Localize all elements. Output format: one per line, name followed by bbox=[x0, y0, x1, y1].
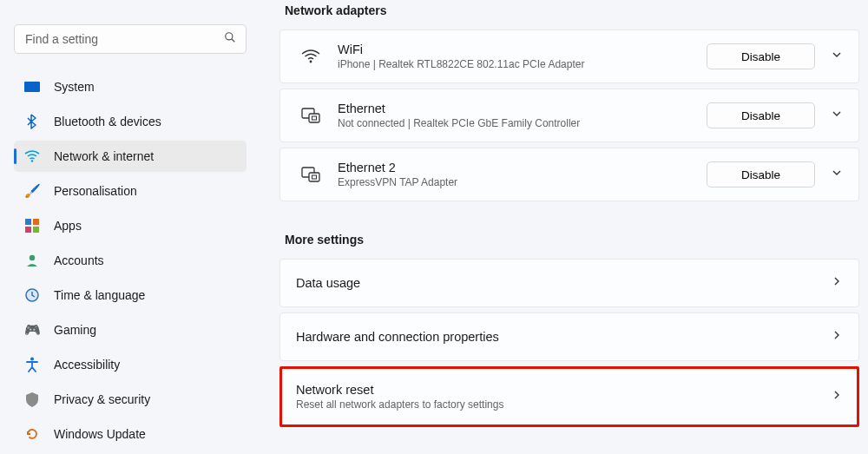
bluetooth-icon bbox=[24, 114, 40, 129]
svg-rect-6 bbox=[25, 227, 31, 233]
chevron-down-icon[interactable] bbox=[831, 49, 843, 64]
adapter-row-ethernet[interactable]: Ethernet Not connected | Realtek PCIe Gb… bbox=[279, 89, 859, 142]
sidebar-item-accounts[interactable]: Accounts bbox=[14, 245, 247, 276]
sidebar-item-privacy[interactable]: Privacy & security bbox=[14, 384, 247, 415]
svg-rect-17 bbox=[309, 173, 319, 181]
adapter-desc: iPhone | Realtek RTL8822CE 802.11ac PCIe… bbox=[338, 58, 707, 70]
section-more-settings: More settings bbox=[285, 233, 859, 247]
sidebar-item-label: Apps bbox=[54, 219, 82, 233]
setting-title: Hardware and connection properties bbox=[296, 330, 831, 344]
system-icon bbox=[24, 79, 40, 95]
main-panel: Network adapters WiFi iPhone | Realtek R… bbox=[260, 0, 868, 454]
sidebar-item-label: Personalisation bbox=[54, 184, 137, 198]
adapter-name: Ethernet bbox=[338, 102, 707, 115]
setting-title: Network reset bbox=[296, 383, 831, 397]
apps-icon bbox=[24, 218, 40, 234]
setting-hardware-properties[interactable]: Hardware and connection properties bbox=[279, 313, 859, 361]
ethernet-icon bbox=[296, 167, 326, 182]
sidebar: System Bluetooth & devices Network & int… bbox=[0, 0, 260, 454]
sidebar-item-update[interactable]: Windows Update bbox=[14, 418, 247, 450]
brush-icon: 🖌️ bbox=[24, 183, 40, 199]
chevron-down-icon[interactable] bbox=[831, 108, 843, 123]
sidebar-item-time[interactable]: Time & language bbox=[14, 280, 247, 311]
svg-rect-2 bbox=[24, 82, 40, 92]
sidebar-item-label: System bbox=[54, 80, 95, 94]
svg-rect-14 bbox=[309, 114, 319, 122]
svg-point-0 bbox=[226, 33, 233, 40]
clock-icon bbox=[24, 287, 40, 303]
chevron-down-icon[interactable] bbox=[831, 167, 843, 182]
sidebar-item-personalisation[interactable]: 🖌️ Personalisation bbox=[14, 175, 247, 207]
gaming-icon: 🎮 bbox=[24, 322, 40, 338]
chevron-right-icon bbox=[831, 389, 843, 405]
chevron-right-icon bbox=[831, 275, 843, 291]
svg-point-12 bbox=[310, 61, 312, 63]
shield-icon bbox=[24, 391, 40, 407]
sidebar-item-bluetooth[interactable]: Bluetooth & devices bbox=[14, 106, 247, 137]
svg-rect-7 bbox=[33, 227, 39, 233]
sidebar-item-label: Network & internet bbox=[54, 149, 154, 163]
svg-point-3 bbox=[31, 160, 34, 162]
svg-point-10 bbox=[26, 289, 38, 301]
adapter-name: WiFi bbox=[338, 43, 707, 56]
sidebar-item-label: Windows Update bbox=[54, 427, 146, 441]
setting-subtitle: Reset all network adapters to factory se… bbox=[296, 398, 831, 411]
setting-network-reset[interactable]: Network reset Reset all network adapters… bbox=[279, 366, 859, 427]
nav-list: System Bluetooth & devices Network & int… bbox=[14, 71, 247, 450]
ethernet-icon bbox=[296, 108, 326, 123]
sidebar-item-accessibility[interactable]: Accessibility bbox=[14, 349, 247, 380]
sidebar-item-label: Accounts bbox=[54, 253, 104, 267]
chevron-right-icon bbox=[831, 329, 843, 345]
sidebar-item-label: Privacy & security bbox=[54, 392, 150, 406]
update-icon bbox=[24, 426, 40, 442]
adapter-desc: ExpressVPN TAP Adapter bbox=[338, 176, 707, 188]
adapter-row-ethernet2[interactable]: Ethernet 2 ExpressVPN TAP Adapter Disabl… bbox=[279, 148, 859, 201]
wifi-icon bbox=[296, 49, 326, 63]
svg-line-1 bbox=[232, 39, 235, 43]
section-network-adapters: Network adapters bbox=[285, 3, 859, 17]
adapter-name: Ethernet 2 bbox=[338, 161, 707, 174]
adapter-row-wifi[interactable]: WiFi iPhone | Realtek RTL8822CE 802.11ac… bbox=[279, 30, 859, 83]
accounts-icon bbox=[24, 253, 40, 268]
setting-title: Data usage bbox=[296, 276, 831, 290]
accessibility-icon bbox=[24, 357, 40, 372]
svg-rect-4 bbox=[25, 219, 31, 225]
sidebar-item-system[interactable]: System bbox=[14, 71, 247, 102]
sidebar-item-label: Bluetooth & devices bbox=[54, 115, 161, 128]
sidebar-item-apps[interactable]: Apps bbox=[14, 210, 247, 241]
sidebar-item-network[interactable]: Network & internet bbox=[14, 141, 247, 172]
svg-point-11 bbox=[30, 358, 34, 361]
sidebar-item-label: Time & language bbox=[54, 288, 145, 302]
sidebar-item-label: Gaming bbox=[54, 323, 96, 337]
svg-point-8 bbox=[30, 255, 35, 260]
disable-button[interactable]: Disable bbox=[707, 102, 815, 128]
disable-button[interactable]: Disable bbox=[707, 161, 815, 188]
wifi-icon bbox=[24, 148, 40, 164]
disable-button[interactable]: Disable bbox=[707, 43, 815, 69]
search-input[interactable] bbox=[14, 24, 247, 54]
setting-data-usage[interactable]: Data usage bbox=[279, 259, 859, 307]
svg-rect-5 bbox=[33, 219, 39, 225]
sidebar-item-label: Accessibility bbox=[54, 358, 120, 372]
search-icon bbox=[224, 31, 236, 47]
sidebar-item-gaming[interactable]: 🎮 Gaming bbox=[14, 314, 247, 345]
adapter-desc: Not connected | Realtek PCIe GbE Family … bbox=[338, 117, 707, 129]
